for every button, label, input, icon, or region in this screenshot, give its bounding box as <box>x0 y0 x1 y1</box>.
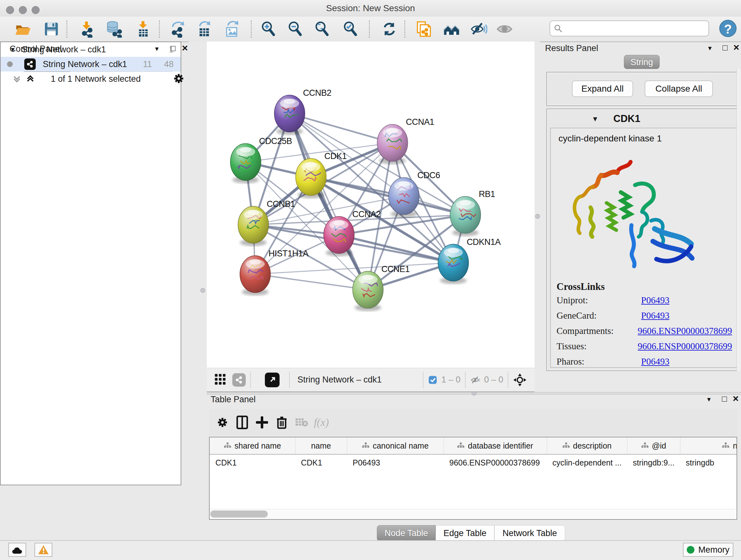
crosslink-link[interactable]: P06493 <box>641 310 670 321</box>
column-header[interactable]: description <box>547 437 627 454</box>
tab-node-table[interactable]: Node Table <box>377 525 435 541</box>
column-header[interactable]: database identifier <box>444 437 547 454</box>
crosslink-link[interactable]: P06493 <box>641 356 670 367</box>
cell-canonical-name[interactable]: P06493 <box>347 454 444 471</box>
column-header[interactable]: @id <box>627 437 680 454</box>
results-scrollbar[interactable] <box>737 69 741 371</box>
export-table-button[interactable] <box>195 20 213 38</box>
node-label: CDKN1A <box>467 237 501 247</box>
hidden-eye-icon[interactable] <box>470 374 481 385</box>
splitter-control-network[interactable] <box>189 42 207 540</box>
network-canvas[interactable]: CCNB2CCNA1CDC25BCDK1CDC6RB1CCNB1CCNA2CDK… <box>207 42 535 368</box>
zoom-in-button[interactable] <box>259 20 278 38</box>
network-node-CDKN1A[interactable]: CDKN1A <box>438 237 501 284</box>
results-panel-float-icon[interactable]: □ <box>723 43 728 53</box>
memory-button[interactable]: Memory <box>683 543 733 557</box>
table-panel-float-icon[interactable]: □ <box>722 394 727 404</box>
hide-selected-button[interactable] <box>469 20 488 38</box>
table-row[interactable]: CDK1 CDK1 P06493 9606.ENSP00000378699 cy… <box>210 454 737 471</box>
results-panel-title: Results Panel <box>545 44 598 53</box>
network-nodes: CCNB2CCNA1CDC25BCDK1CDC6RB1CCNB1CCNA2CDK… <box>230 88 501 311</box>
table-panel-close-icon[interactable]: × <box>733 393 739 405</box>
control-panel-close-icon[interactable]: × <box>182 42 188 54</box>
zoom-fit-button[interactable] <box>313 20 332 38</box>
show-all-button[interactable] <box>495 20 514 38</box>
network-edge[interactable] <box>255 274 368 290</box>
tree-expander-icon[interactable]: ▼ <box>10 46 16 53</box>
duplicate-network-button[interactable] <box>414 20 432 38</box>
collapse-all-networks-icon[interactable] <box>12 74 22 84</box>
import-table-button[interactable] <box>134 20 152 38</box>
splitter-handle[interactable] <box>535 214 540 219</box>
cell-id[interactable]: stringdb:9... <box>627 454 680 471</box>
network-node-CCNB2[interactable]: CCNB2 <box>274 88 332 135</box>
gene-expander-icon[interactable]: ▼ <box>592 115 599 123</box>
column-header[interactable]: name <box>295 437 347 454</box>
open-session-button[interactable] <box>13 20 32 38</box>
network-graph[interactable]: CCNB2CCNA1CDC25BCDK1CDC6RB1CCNB1CCNA2CDK… <box>207 42 535 368</box>
delete-column-icon[interactable] <box>272 414 292 431</box>
crosshair-icon[interactable] <box>513 373 527 387</box>
apply-layout-button[interactable] <box>380 20 399 38</box>
network-edge[interactable] <box>289 114 368 290</box>
open-folder-icon <box>14 20 31 38</box>
tab-edge-table[interactable]: Edge Table <box>435 525 494 541</box>
network-row-selected[interactable]: String Network – cdk1 11 48 <box>1 57 181 71</box>
crosslink-row: Uniprot: P06493 <box>556 293 732 308</box>
create-column-icon[interactable] <box>252 414 272 431</box>
warnings-button[interactable] <box>35 543 52 557</box>
help-button[interactable]: ? <box>719 20 737 37</box>
column-header[interactable]: namespace <box>680 437 737 454</box>
crosslink-link[interactable]: 9606.ENSP00000378699 <box>637 326 732 336</box>
crosslink-link[interactable]: 9606.ENSP00000378699 <box>637 341 732 352</box>
crosslink-row: Tissues: 9606.ENSP00000378699 <box>556 338 732 354</box>
table-panel-menu-icon[interactable]: ▾ <box>707 395 711 403</box>
share-view-icon[interactable] <box>232 373 246 387</box>
cell-description[interactable]: cyclin-dependent ... <box>547 454 627 471</box>
expand-all-networks-icon[interactable] <box>25 74 35 84</box>
cell-namespace[interactable]: stringdb <box>680 454 737 471</box>
crosslink-label: Uniprot: <box>556 295 641 306</box>
collapse-all-button[interactable]: Collapse All <box>645 80 713 97</box>
crosslinks-title: CrossLinks <box>556 281 732 293</box>
zoom-out-button[interactable] <box>286 20 305 38</box>
table-options-gear-icon[interactable] <box>212 414 232 431</box>
tab-network-table[interactable]: Network Table <box>494 525 565 541</box>
tab-string[interactable]: String <box>624 55 660 69</box>
cell-shared-name[interactable]: CDK1 <box>210 454 295 471</box>
search-input[interactable] <box>563 23 705 34</box>
network-node-CCNE1[interactable]: CCNE1 <box>353 264 410 311</box>
first-neighbors-button[interactable] <box>442 20 461 38</box>
grid-view-icon[interactable] <box>214 373 226 387</box>
save-session-button[interactable] <box>42 20 61 38</box>
expand-all-button[interactable]: Expand All <box>572 80 633 97</box>
export-network-button[interactable] <box>169 20 187 38</box>
cloud-status-button[interactable] <box>8 543 26 557</box>
import-network-from-database-button[interactable] <box>105 20 123 38</box>
results-panel-menu-icon[interactable]: ▾ <box>708 44 712 52</box>
cell-database-identifier[interactable]: 9606.ENSP00000378699 <box>444 454 547 471</box>
save-floppy-icon <box>43 20 60 38</box>
splitter-handle[interactable] <box>200 288 205 293</box>
cell-name[interactable]: CDK1 <box>295 454 347 471</box>
results-panel-close-icon[interactable]: × <box>733 42 739 53</box>
houses-icon <box>443 20 460 38</box>
toolbar-separator <box>250 372 251 388</box>
column-header[interactable]: shared name <box>210 437 295 454</box>
network-options-gear-icon[interactable] <box>172 72 185 85</box>
scrollbar-thumb[interactable] <box>210 510 268 517</box>
hierarchy-icon <box>224 441 231 450</box>
crosslink-link[interactable]: P06493 <box>641 295 670 306</box>
zoom-selected-button[interactable] <box>341 20 360 38</box>
show-columns-icon[interactable] <box>232 414 252 431</box>
selected-checkbox-icon[interactable] <box>428 375 437 385</box>
network-node-RB1[interactable]: RB1 <box>450 189 495 236</box>
toolbar-separator <box>251 20 252 38</box>
import-network-button[interactable] <box>77 20 96 38</box>
column-header[interactable]: canonical name <box>347 437 444 454</box>
splitter-network-results[interactable] <box>535 42 540 392</box>
network-collection-row[interactable]: ▼ String Network – cdk1 1 <box>1 42 181 57</box>
export-image-button[interactable] <box>222 20 241 38</box>
detach-view-button[interactable] <box>265 373 280 387</box>
table-horizontal-scrollbar[interactable] <box>210 509 736 519</box>
